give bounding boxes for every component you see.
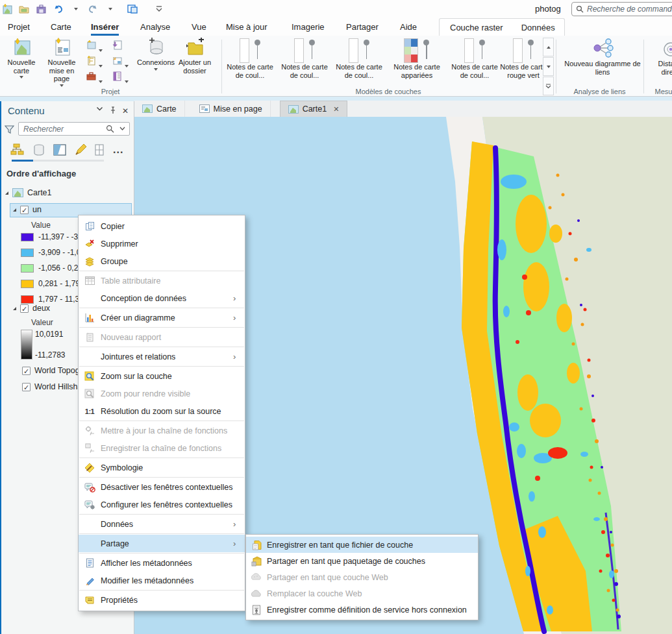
tab-analyse[interactable]: Analyse [140, 18, 170, 36]
world-hillshade-checkbox[interactable]: ✓ [22, 383, 31, 391]
layer-deux-checkbox[interactable]: ✓ [20, 304, 29, 313]
new-map-button[interactable]: Nouvelle carte [3, 38, 40, 79]
filter-icon[interactable] [5, 125, 14, 134]
menu-item-donnees[interactable]: Données › [79, 515, 245, 533]
pane-close-button[interactable]: ✕ [122, 106, 129, 116]
menu-item-desactiver-fenetres[interactable]: Désactiver les fenêtres contextuelles [79, 478, 245, 496]
chevron-down-icon[interactable] [119, 127, 125, 131]
new-link-chart-button[interactable]: Nouveau diagramme de liens [564, 38, 641, 76]
submenu-item-remplacer-couche-web[interactable]: Remplacer la couche Web [246, 585, 478, 602]
view-tab-carte1[interactable]: Carte1 ✕ [280, 101, 348, 117]
tab-inserer[interactable]: Insérer [91, 18, 119, 36]
submenu-item-couche-web[interactable]: Partager en tant que couche Web [246, 569, 478, 585]
new-view-button[interactable] [125, 1, 140, 17]
close-view-button[interactable]: ✕ [333, 105, 339, 114]
tab-donnees[interactable]: Données [514, 19, 563, 36]
tab-couche-raster[interactable]: Couche raster [440, 19, 514, 36]
menu-item-configurer-fenetres[interactable]: Configurer les fenêtres contextuelles [79, 496, 245, 513]
gallery-scroll-up-button[interactable] [543, 38, 554, 56]
menu-item-conception-donnees[interactable]: Conception de données › [79, 289, 245, 307]
tab-partager[interactable]: Partager [346, 18, 379, 36]
layer-template-2[interactable]: Notes de carte de coul... [278, 38, 331, 79]
redo-dropdown[interactable] [103, 1, 118, 17]
add-folder-button[interactable]: Ajouter un dossier [174, 38, 216, 75]
gallery-scroll-down-button[interactable] [543, 57, 554, 76]
expand-toggle-icon[interactable] [5, 191, 8, 195]
chevron-down-icon[interactable] [99, 58, 103, 70]
tab-projet[interactable]: Projet [8, 18, 30, 36]
tree-item-world-topographic[interactable]: ✓ World Topogra [22, 366, 87, 375]
world-topographic-checkbox[interactable]: ✓ [22, 367, 31, 375]
tab-aide[interactable]: Aide [400, 18, 417, 36]
tab-imagerie[interactable]: Imagerie [292, 18, 325, 36]
menu-item-afficher-metadonnees[interactable]: Afficher les métadonnées [79, 554, 245, 572]
import-layout-file-small-button[interactable] [112, 55, 123, 66]
expand-toggle-icon[interactable] [13, 307, 16, 310]
menu-item-zoom-couche[interactable]: Zoom sur la couche [79, 367, 245, 385]
chevron-down-icon[interactable] [125, 58, 129, 70]
layer-template-icon [294, 38, 316, 63]
redo-button[interactable] [86, 1, 100, 17]
toolbox-small-button[interactable] [86, 71, 97, 82]
direct-distance-button[interactable]: Distance directe [648, 38, 672, 76]
tab-carte[interactable]: Carte [51, 18, 71, 36]
editing-tab-icon[interactable] [74, 143, 87, 156]
menu-item-nouveau-rapport[interactable]: Nouveau rapport [79, 328, 245, 346]
new-report-small-button[interactable] [86, 55, 97, 66]
selection-tab-icon[interactable] [53, 143, 66, 156]
layer-template-3[interactable]: Notes de carte de coul... [332, 38, 386, 79]
connections-button[interactable]: Connexions [138, 38, 173, 71]
menu-item-partage[interactable]: Partage › [79, 535, 245, 552]
import-map-small-button[interactable] [86, 40, 97, 51]
open-project-button[interactable] [17, 1, 31, 17]
chevron-down-icon[interactable] [99, 74, 103, 86]
import-layout-small-button[interactable] [112, 40, 123, 51]
menu-item-enregistrer-chaine-fonctions[interactable]: Enregistrer la chaîne de fonctions [79, 439, 245, 457]
layer-template-1[interactable]: Notes de carte de coul... [223, 38, 277, 79]
snapping-tab-icon[interactable] [95, 143, 105, 156]
new-map-icon [11, 38, 32, 57]
more-tabs-button[interactable]: ... [113, 144, 123, 156]
submenu-item-definition-service[interactable]: Enregistrer comme définition de service … [246, 602, 478, 618]
expand-toggle-icon[interactable] [13, 208, 16, 212]
undo-dropdown[interactable] [69, 1, 83, 17]
save-project-button[interactable] [34, 1, 49, 17]
menu-item-groupe[interactable]: Groupe [79, 252, 245, 270]
menu-item-jointures-relations[interactable]: Jointures et relations › [79, 348, 245, 365]
menu-item-supprimer[interactable]: Supprimer [79, 235, 245, 252]
submenu-item-paquetage-couches[interactable]: Partager en tant que paquetage de couche… [246, 553, 478, 569]
menu-item-creer-diagramme[interactable]: Créer un diagramme › [79, 309, 245, 326]
view-tab-carte[interactable]: Carte [134, 101, 185, 117]
menu-item-zoom-visible[interactable]: Zoom pour rendre visible [79, 385, 245, 402]
pane-menu-button[interactable] [96, 106, 103, 112]
tree-item-carte1[interactable]: Carte1 [5, 188, 52, 197]
chevron-down-icon[interactable] [125, 74, 129, 86]
menu-item-table-attributaire[interactable]: Table attributaire [79, 272, 245, 289]
command-search-box[interactable]: Recherche de commande ( [571, 2, 672, 16]
layer-template-4[interactable]: Notes de carte appariées [387, 38, 447, 79]
chevron-down-icon[interactable] [99, 43, 103, 55]
contents-search-input[interactable]: Rechercher [18, 122, 130, 136]
layer-un-checkbox[interactable]: ✓ [20, 206, 29, 214]
tree-item-world-hillshade[interactable]: ✓ World Hillsha [22, 382, 82, 391]
pane-pin-button[interactable] [109, 106, 117, 114]
customize-qat-button[interactable] [152, 1, 166, 17]
undo-button[interactable] [51, 1, 66, 17]
task-item-small-button[interactable] [112, 71, 123, 82]
menu-item-copier[interactable]: Copier [79, 217, 245, 235]
tree-item-layer-deux[interactable]: ✓ deux [13, 304, 50, 313]
tab-vue[interactable]: Vue [192, 18, 206, 36]
tree-item-layer-un[interactable]: ✓ un [13, 205, 42, 214]
display-order-tab-icon[interactable] [10, 143, 25, 156]
menu-item-proprietes[interactable]: Propriétés [79, 591, 245, 609]
data-source-tab-icon[interactable] [32, 143, 45, 156]
menu-item-modifier-metadonnees[interactable]: Modifier les métadonnées [79, 572, 245, 589]
menu-item-symbologie[interactable]: Symbologie [79, 459, 245, 476]
tab-mise-a-jour[interactable]: Mise à jour [226, 18, 268, 36]
new-layout-button[interactable]: Nouvelle mise en page [40, 38, 83, 87]
menu-item-resolution-zoom[interactable]: 1:1 Résolution du zoom sur la source [79, 402, 245, 420]
menu-item-maj-chaine-fonctions[interactable]: Mettre à jour la chaîne de fonctions [79, 422, 245, 439]
submenu-item-enregistrer-fichier-couche[interactable]: Enregistrer en tant que fichier de couch… [246, 537, 478, 553]
new-project-button[interactable] [0, 1, 14, 17]
view-tab-mise-en-page[interactable]: Mise en page [192, 101, 271, 117]
